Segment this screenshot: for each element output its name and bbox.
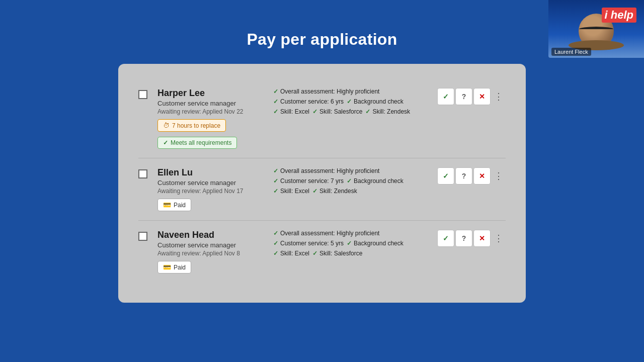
candidate-row-naveen: Naveen Head Customer service manager Awa… [138,221,506,283]
check-skill1-ellen-icon: ✓ [273,188,278,195]
candidate-checkbox-ellen[interactable] [138,169,147,178]
reject-button-ellen[interactable]: ✕ [473,167,491,185]
reject-button-naveen[interactable]: ✕ [473,230,491,247]
assessment-row2-harper: ✓ Skill: Excel ✓ Skill: Salesforce ✓ Ski… [273,108,427,115]
check-icon-req: ✓ [163,139,168,146]
candidate-role-ellen: Customer service manager [157,179,263,187]
check-overall-ellen-icon: ✓ [273,167,278,174]
check-overall-naveen-icon: ✓ [273,230,278,237]
check-skill2-naveen-icon: ✓ [312,250,317,257]
reject-button-harper[interactable]: ✕ [473,88,491,105]
candidate-applied-harper: Awaiting review: Applied Nov 22 [157,108,263,115]
assessment-row1-naveen: ✓ Customer service: 5 yrs ✓ Background c… [273,240,427,247]
candidate-row: Harper Lee Customer service manager Awai… [138,79,506,158]
candidate-checkbox-harper[interactable] [138,90,147,99]
checkbox-area-naveen [138,230,147,241]
video-overlay: Laurent Fleck i help [548,0,644,58]
approve-button-harper[interactable]: ✓ [437,88,454,105]
check-bg-icon: ✓ [347,98,352,105]
page-title: Pay per application [0,0,644,49]
candidate-checkbox-naveen[interactable] [138,232,147,241]
assessment-row2-ellen: ✓ Skill: Excel ✓ Skill: Zendesk [273,188,427,195]
maybe-button-harper[interactable]: ? [455,88,472,105]
candidate-applied-naveen: Awaiting review: Applied Nov 8 [157,250,263,257]
badge-paid-naveen: 💳 Paid [157,261,191,274]
approve-button-naveen[interactable]: ✓ [437,230,454,247]
check-bg-naveen-icon: ✓ [347,240,352,247]
action-buttons-ellen: ✓ ? ✕ ⋮ [437,167,506,185]
assessment-overall-ellen: ✓ Overall assessment: Highly proficient [273,167,427,174]
video-person-name: Laurent Fleck [551,48,591,56]
assessment-row2-naveen: ✓ Skill: Excel ✓ Skill: Salesforce [273,250,427,257]
assessment-overall-naveen: ✓ Overall assessment: Highly proficient [273,230,427,237]
assessment-area-naveen: ✓ Overall assessment: Highly proficient … [273,230,427,260]
assessment-row1-harper: ✓ Customer service: 6 yrs ✓ Background c… [273,98,427,105]
check-cs-icon: ✓ [273,98,278,105]
check-skill2-ellen-icon: ✓ [312,188,317,195]
check-cs-ellen-icon: ✓ [273,177,278,185]
paid-icon-naveen: 💳 [163,263,171,271]
assessment-area-ellen: ✓ Overall assessment: Highly proficient … [273,167,427,198]
check-skill1-naveen-icon: ✓ [273,250,278,257]
video-logo: i help [602,8,636,23]
check-cs-naveen-icon: ✓ [273,240,278,247]
check-skill2-icon: ✓ [312,108,317,115]
timer-icon: ⏱ [163,122,170,129]
maybe-button-naveen[interactable]: ? [455,230,472,247]
checkbox-area-ellen [138,167,147,178]
more-button-harper[interactable]: ⋮ [492,88,506,105]
check-skill1-icon: ✓ [273,108,278,115]
action-buttons-naveen: ✓ ? ✕ ⋮ [437,230,506,247]
approve-button-ellen[interactable]: ✓ [437,167,454,185]
assessment-area-harper: ✓ Overall assessment: Highly proficient … [273,88,427,118]
candidate-info-ellen: Ellen Lu Customer service manager Awaiti… [157,167,263,211]
candidate-name-naveen: Naveen Head [157,230,263,240]
candidate-role-naveen: Customer service manager [157,241,263,249]
candidate-role-harper: Customer service manager [157,100,263,107]
badge-paid-ellen: 💳 Paid [157,199,191,211]
more-button-ellen[interactable]: ⋮ [492,167,506,185]
paid-icon-ellen: 💳 [163,201,171,209]
candidate-name-ellen: Ellen Lu [157,167,263,178]
more-button-naveen[interactable]: ⋮ [492,230,506,247]
maybe-button-ellen[interactable]: ? [455,167,472,185]
assessment-row1-ellen: ✓ Customer service: 7 yrs ✓ Background c… [273,177,427,185]
candidate-info-naveen: Naveen Head Customer service manager Awa… [157,230,263,274]
main-card: Harper Lee Customer service manager Awai… [118,64,526,303]
candidate-name-harper: Harper Lee [157,88,263,99]
action-buttons-harper: ✓ ? ✕ ⋮ [437,88,506,105]
badge-requirements-harper: ✓ Meets all requirements [157,137,237,149]
check-overall-icon: ✓ [273,88,278,95]
check-skill3-icon: ✓ [365,108,370,115]
check-bg-ellen-icon: ✓ [347,177,352,185]
candidate-applied-ellen: Awaiting review: Applied Nov 17 [157,188,263,195]
badge-replace-harper: ⏱ 7 hours to replace [157,119,226,132]
candidate-row-ellen: Ellen Lu Customer service manager Awaiti… [138,158,506,221]
candidate-info-harper: Harper Lee Customer service manager Awai… [157,88,263,149]
checkbox-area-harper [138,88,147,99]
assessment-overall-harper: ✓ Overall assessment: Highly proficient [273,88,427,95]
